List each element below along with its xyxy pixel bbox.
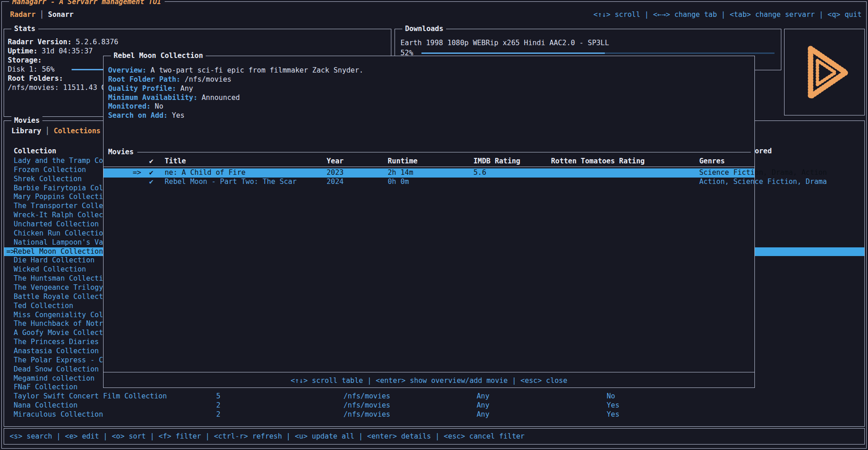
movie-year: 2024 <box>327 178 343 187</box>
field-value: No <box>155 102 163 110</box>
collection-row[interactable]: Taylor Swift Concert Film Collection 5 /… <box>4 392 864 401</box>
collection-name: Lady and the Tramp Co <box>14 157 103 166</box>
downloads-panel-title: Downloads <box>402 24 446 33</box>
root-folder-value: /nfs/movies: 11511.43 GB <box>8 84 110 92</box>
movie-title: Rebel Moon - Part Two: The Scar <box>165 178 296 187</box>
tab-radarr[interactable]: Radarr <box>8 10 37 19</box>
field-label: Search on Add: <box>108 111 168 120</box>
disk-label: Disk 1: <box>8 65 37 73</box>
field-value: A two-part sci-fi epic from filmmaker Za… <box>151 66 364 74</box>
collection-search-on-add: Yes <box>607 410 619 419</box>
collection-name: Rebel Moon Collection <box>14 247 103 256</box>
collection-name: FNaF Collection <box>14 383 78 392</box>
collection-name: Anastasia Collection <box>14 347 99 356</box>
detail-field: Minimum Availability:Announced <box>108 94 750 103</box>
collection-name: The Transporter Colle <box>14 202 103 211</box>
collection-name: The Polar Express - C <box>14 356 103 365</box>
tab-library[interactable]: Library <box>10 127 43 135</box>
collection-name: The Hunchback of Notr <box>14 319 103 329</box>
collection-quality-profile: Any <box>477 392 489 401</box>
collection-name: National Lampoon's Va <box>14 238 103 247</box>
collection-movie-count: 5 <box>216 392 220 401</box>
column-header-collection: Collection <box>14 147 56 156</box>
collection-name: Nana Collection <box>14 401 78 410</box>
uptime-value: 31d 04:35:37 <box>42 47 93 55</box>
disk-percent: 56% <box>42 65 55 73</box>
column-header-year: Year <box>327 157 343 166</box>
download-progress-bar <box>421 52 774 54</box>
collection-name: Wicked Collection <box>14 265 86 274</box>
field-value: Any <box>180 84 193 93</box>
collection-row[interactable]: Miraculous Collection 2 /nfs/movies Any … <box>4 410 864 419</box>
collection-name: Miraculous Collection <box>14 410 103 419</box>
collection-search-on-add: Yes <box>607 401 619 410</box>
collection-row[interactable]: Nana Collection 2 /nfs/movies Any Yes <box>4 401 864 410</box>
modal-movies-section-title: Movies <box>108 147 134 157</box>
tab-sonarr[interactable]: Sonarr <box>46 10 75 19</box>
column-header-genres: Genres <box>699 157 725 166</box>
collection-name: Mary Poppins Collecti <box>14 193 103 202</box>
collection-quality-profile: Any <box>477 401 489 410</box>
footer-divider <box>104 372 754 372</box>
collection-name: Taylor Swift Concert Film Collection <box>14 392 167 401</box>
column-header-runtime: Runtime <box>388 157 417 166</box>
collection-root-folder: /nfs/movies <box>343 410 390 419</box>
footer-keybinds: <s> search | <e> edit | <o> sort | <f> f… <box>10 429 525 444</box>
collection-details-modal: Rebel Moon Collection Overview:A two-par… <box>103 56 755 388</box>
tab-separator: │ <box>43 127 52 135</box>
collection-name: Ted Collection <box>14 302 73 311</box>
detail-field: Overview:A two-part sci-fi epic from fil… <box>108 66 750 75</box>
tab-collections[interactable]: Collections <box>52 127 103 135</box>
servarr-tabs: Radarr│Sonarr <box>8 10 75 19</box>
movie-imdb-rating: 5.6 <box>473 168 486 178</box>
collection-root-folder: /nfs/movies <box>343 401 390 410</box>
managarr-app: Managarr - A Servarr management TUI Rada… <box>0 0 868 450</box>
collection-movie-count: 2 <box>216 401 220 410</box>
movie-year: 2023 <box>327 168 343 178</box>
stats-panel-title: Stats <box>11 24 38 33</box>
collection-name: Miss Congeniality Col <box>14 311 103 320</box>
collection-movie-count: 2 <box>216 410 220 419</box>
field-value: Yes <box>172 111 185 120</box>
uptime-label: Uptime: <box>8 47 37 55</box>
column-header-imdb-rating: IMDB Rating <box>473 157 520 166</box>
download-progress-fill <box>421 52 605 54</box>
modal-title: Rebel Moon Collection <box>111 51 206 60</box>
modal-fields: Overview:A two-part sci-fi epic from fil… <box>108 66 750 120</box>
collection-name: Dead Snow Collection <box>14 365 99 374</box>
movie-row[interactable]: => ✔ ne: A Child of Fire 2023 2h 14m 5.6… <box>104 168 754 178</box>
monitored-check-icon: ✔ <box>149 178 153 187</box>
collection-name: The Vengeance Trilogy <box>14 283 103 293</box>
tab-separator: │ <box>37 10 46 19</box>
field-label: Root Folder Path: <box>108 75 181 84</box>
collection-search-on-add: No <box>607 392 615 401</box>
root-folders-label: Root Folders: <box>8 74 63 83</box>
movie-row[interactable]: ✔ Rebel Moon - Part Two: The Scar 2024 0… <box>104 178 754 187</box>
field-value: Announced <box>202 94 240 102</box>
movie-runtime: 0h 0m <box>388 178 409 187</box>
collection-name: Battle Royale Collect <box>14 293 103 302</box>
detail-field: Monitored:No <box>108 102 750 111</box>
column-header-monitored-check-icon: ✔ <box>149 157 153 166</box>
collection-name: The Huntsman Collecti <box>14 274 103 283</box>
managarr-play-logo-icon <box>791 38 859 107</box>
collection-name: Wreck-It Ralph Collec <box>14 211 103 220</box>
app-title: Managarr - A Servarr management TUI <box>9 0 165 6</box>
movies-panel-title: Movies <box>11 116 42 125</box>
collection-quality-profile: Any <box>477 410 489 419</box>
movie-genres: Action, Science Fiction, Drama <box>699 178 827 187</box>
monitored-check-icon: ✔ <box>149 168 153 178</box>
modal-movies-list: => ✔ ne: A Child of Fire 2023 2h 14m 5.6… <box>104 168 754 187</box>
movie-runtime: 2h 14m <box>388 168 413 178</box>
section-divider <box>137 152 751 152</box>
storage-label: Storage: <box>8 56 42 64</box>
footer-keybinds-bar: <s> search | <e> edit | <o> sort | <f> f… <box>4 428 865 445</box>
movie-title: ne: A Child of Fire <box>165 168 245 178</box>
collection-root-folder: /nfs/movies <box>343 392 390 401</box>
field-label: Overview: <box>108 66 146 74</box>
field-label: Quality Profile: <box>108 84 176 93</box>
detail-field: Search on Add:Yes <box>108 111 750 120</box>
version-label: Radarr Version: <box>8 38 72 46</box>
modal-keybinds: <↑↓> scroll table | <enter> show overvie… <box>104 375 754 387</box>
download-item-name: Earth 1998 1080p WEBRip x265 Hindi AAC2.… <box>400 38 609 47</box>
